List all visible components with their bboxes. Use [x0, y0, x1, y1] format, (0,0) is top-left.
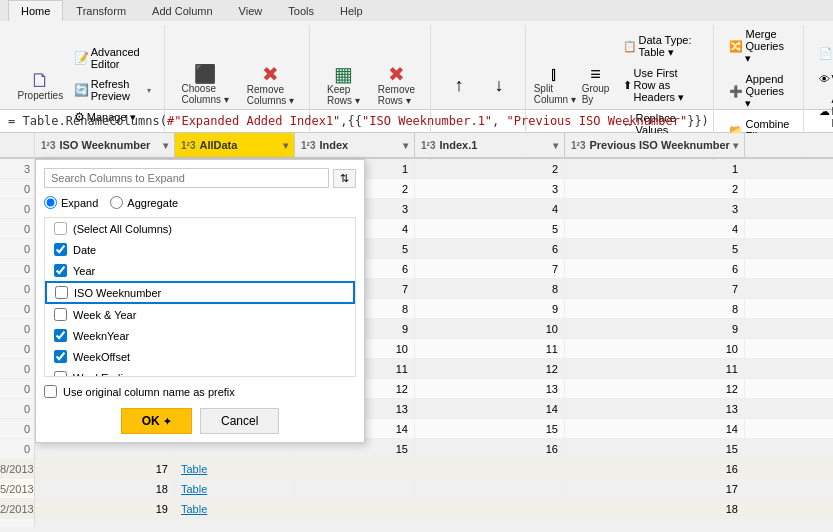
- text-analytics-icon: 📄: [819, 47, 833, 60]
- data-type-icon: 📋: [623, 40, 637, 53]
- search-columns-input[interactable]: [44, 168, 329, 188]
- checkbox-weeknyear-input[interactable]: [54, 329, 67, 342]
- sort-asc-button[interactable]: ↑: [441, 73, 477, 97]
- split-column-button[interactable]: ⫿ SplitColumn ▾: [536, 62, 573, 108]
- data-type-button[interactable]: 📋 Data Type: Table ▾: [618, 31, 706, 62]
- remove-rows-label: RemoveRows ▾: [378, 84, 415, 106]
- table-area: 1²3 ISO Weeknumber ▾ 1²3 AllData ▾ 1²3 I…: [35, 133, 833, 527]
- col-header-weeknum[interactable]: 1²3 ISO Weeknumber ▾: [35, 133, 175, 157]
- expand-radio-label[interactable]: Expand: [44, 196, 98, 209]
- checkbox-date[interactable]: Date: [45, 239, 355, 260]
- refresh-button[interactable]: 🔄 Refresh Preview ▾: [69, 75, 156, 105]
- previso-header-label: Previous ISO Weeknumber: [589, 139, 729, 151]
- tab-view[interactable]: View: [226, 0, 276, 21]
- checkbox-weekoffset[interactable]: WeekOffset: [45, 346, 355, 367]
- sort-columns-button[interactable]: ⇅: [333, 169, 356, 188]
- keep-rows-button[interactable]: ▦ KeepRows ▾: [320, 61, 367, 109]
- row-num-7: 0: [0, 279, 34, 299]
- checkbox-weekoffset-input[interactable]: [54, 350, 67, 363]
- sort-desc-icon: ↓: [495, 76, 504, 94]
- text-analytics-button[interactable]: 📄 Text Analytics: [814, 38, 834, 68]
- properties-button[interactable]: 🗋 Properties: [16, 67, 65, 104]
- previso-filter-icon[interactable]: ▾: [733, 140, 738, 151]
- combine-items: 🔀 Merge Queries ▾ ➕ Append Queries ▾ 📂 C…: [724, 25, 794, 145]
- azure-ml-button[interactable]: ☁ Azure Machine Learning: [814, 90, 834, 132]
- table-row: 19 Table 18: [35, 499, 833, 519]
- weeknum-filter-icon[interactable]: ▾: [163, 140, 168, 151]
- checkbox-weeknyear[interactable]: WeeknYear: [45, 325, 355, 346]
- col-header-index1[interactable]: 1²3 Index.1 ▾: [415, 133, 565, 157]
- expand-radio[interactable]: [44, 196, 57, 209]
- merge-queries-label: Merge Queries ▾: [745, 28, 789, 65]
- col-header-index[interactable]: 1²3 Index ▾: [295, 133, 415, 157]
- ok-button[interactable]: OK ✦: [121, 408, 192, 434]
- checkbox-select-all[interactable]: (Select All Columns): [45, 218, 355, 239]
- table-row: 18 Table 17: [35, 479, 833, 499]
- tab-add-column[interactable]: Add Column: [139, 0, 226, 21]
- checkbox-weekending-input[interactable]: [54, 371, 67, 377]
- index-header-label: Index: [319, 139, 348, 151]
- index-filter-icon[interactable]: ▾: [403, 140, 408, 151]
- vision-button[interactable]: 👁 Vision: [814, 70, 834, 88]
- checkbox-iso-weeknumber[interactable]: ISO Weeknumber: [45, 281, 355, 304]
- tab-home[interactable]: Home: [8, 0, 63, 21]
- cell-index1: 14: [415, 399, 565, 418]
- checkbox-year[interactable]: Year: [45, 260, 355, 281]
- index1-type-icon: 1²3: [421, 140, 435, 151]
- row-num-11: 0: [0, 359, 34, 379]
- col-header-alldata[interactable]: 1²3 AllData ▾: [175, 133, 295, 157]
- append-queries-button[interactable]: ➕ Append Queries ▾: [724, 70, 794, 113]
- cell-weeknum: 17: [35, 459, 175, 478]
- checkbox-iso-input[interactable]: [55, 286, 68, 299]
- cell-alldata-table[interactable]: Table: [175, 459, 295, 478]
- row-number-panel: 3 0 0 0 0 0 0 0 0 0 0 0 0 0 0 8/2013 5/2…: [0, 133, 35, 527]
- use-first-row-button[interactable]: ⬆ Use First Row as Headers ▾: [618, 64, 706, 107]
- alldata-type-icon: 1²3: [181, 140, 195, 151]
- prefix-row: Use original column name as prefix: [44, 385, 356, 398]
- checkbox-date-label: Date: [73, 244, 96, 256]
- prefix-checkbox[interactable]: [44, 385, 57, 398]
- remove-rows-button[interactable]: ✖ RemoveRows ▾: [371, 61, 422, 109]
- row-num-15: 0: [0, 439, 34, 459]
- aggregate-radio[interactable]: [110, 196, 123, 209]
- cell-previso: 7: [565, 279, 745, 298]
- cancel-button[interactable]: Cancel: [200, 408, 279, 434]
- tab-transform[interactable]: Transform: [63, 0, 139, 21]
- remove-columns-button[interactable]: ✖ RemoveColumns ▾: [240, 61, 301, 109]
- group-by-button[interactable]: ≡ GroupBy: [578, 62, 614, 108]
- sort-desc-button[interactable]: ↓: [481, 73, 517, 97]
- split-label: SplitColumn ▾: [534, 83, 576, 105]
- choose-columns-icon: ⬛: [194, 65, 216, 83]
- cell-index: [295, 479, 415, 498]
- checkbox-weekending[interactable]: WeekEnding: [45, 367, 355, 377]
- merge-queries-button[interactable]: 🔀 Merge Queries ▾: [724, 25, 794, 68]
- cell-previso: 18: [565, 499, 745, 518]
- weeknum-type-icon: 1²3: [41, 140, 55, 151]
- index1-filter-icon[interactable]: ▾: [553, 140, 558, 151]
- choose-columns-button[interactable]: ⬛ ChooseColumns ▾: [175, 62, 236, 108]
- aggregate-radio-label[interactable]: Aggregate: [110, 196, 178, 209]
- tab-help[interactable]: Help: [327, 0, 376, 21]
- table-row: 17 Table 16: [35, 459, 833, 479]
- properties-label: Properties: [18, 90, 64, 101]
- tab-tools[interactable]: Tools: [275, 0, 327, 21]
- cell-index1: 5: [415, 219, 565, 238]
- cell-alldata-table[interactable]: Table: [175, 479, 295, 498]
- alldata-filter-icon[interactable]: ▾: [283, 140, 288, 151]
- checkbox-date-input[interactable]: [54, 243, 67, 256]
- group-by-icon: ≡: [590, 65, 601, 83]
- checkbox-year-input[interactable]: [54, 264, 67, 277]
- checkbox-week-year[interactable]: Week & Year: [45, 304, 355, 325]
- search-row: ⇅: [44, 168, 356, 188]
- azure-ml-icon: ☁: [819, 105, 830, 118]
- checkbox-select-all-input[interactable]: [54, 222, 67, 235]
- radio-group: Expand Aggregate: [44, 196, 356, 209]
- cell-alldata-table[interactable]: Table: [175, 499, 295, 518]
- col-header-previso[interactable]: 1²3 Previous ISO Weeknumber ▾: [565, 133, 745, 157]
- checkbox-week-year-input[interactable]: [54, 308, 67, 321]
- checkbox-weeknyear-label: WeeknYear: [73, 330, 129, 342]
- split-icon: ⫿: [550, 65, 559, 83]
- cell-index1: [415, 499, 565, 518]
- row-num-17: 5/2013: [0, 479, 34, 499]
- advanced-editor-button[interactable]: 📝 Advanced Editor: [69, 43, 156, 73]
